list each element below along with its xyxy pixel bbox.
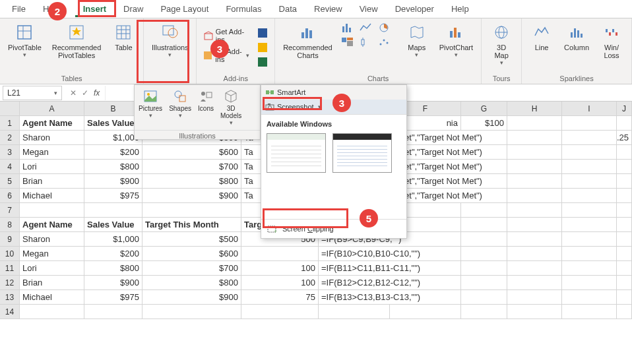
cell[interactable]: Brian bbox=[20, 276, 84, 290]
cell[interactable] bbox=[507, 276, 562, 290]
cell[interactable] bbox=[507, 232, 562, 247]
cell[interactable] bbox=[562, 203, 617, 218]
col-header-i[interactable]: I bbox=[562, 102, 617, 116]
tab-data[interactable]: Data bbox=[271, 1, 305, 17]
pivotchart-button[interactable]: PivotChart ▾ bbox=[435, 21, 477, 61]
row-header[interactable]: 2 bbox=[0, 131, 20, 145]
cell[interactable]: t met","Target Not Met") bbox=[390, 189, 507, 203]
cell[interactable]: $800 bbox=[84, 160, 142, 174]
cell[interactable]: Megan bbox=[20, 247, 84, 261]
cell[interactable] bbox=[562, 160, 617, 174]
cell[interactable] bbox=[507, 189, 562, 203]
cell[interactable]: Agent Name bbox=[20, 116, 84, 131]
cell[interactable] bbox=[461, 247, 507, 261]
row-header[interactable]: 6 bbox=[0, 189, 20, 203]
cell[interactable] bbox=[507, 131, 562, 145]
name-box[interactable]: L21▾ bbox=[3, 86, 62, 100]
tab-view[interactable]: View bbox=[352, 1, 386, 17]
tab-developer[interactable]: Developer bbox=[387, 1, 442, 17]
cell[interactable] bbox=[142, 305, 241, 319]
cell[interactable]: $600 bbox=[142, 247, 241, 261]
cell[interactable]: Lori bbox=[20, 261, 84, 276]
row-header[interactable]: 14 bbox=[0, 305, 20, 319]
cell[interactable]: Target This Month bbox=[142, 218, 241, 232]
cell[interactable] bbox=[617, 189, 632, 203]
cell[interactable]: Sharon bbox=[20, 131, 84, 145]
row-header[interactable]: 4 bbox=[0, 160, 20, 174]
hierarchy-chart-button[interactable] bbox=[339, 36, 356, 49]
cell[interactable]: =IF(B12>C12,B12-C12,"") bbox=[319, 276, 461, 290]
cell[interactable]: Michael bbox=[20, 189, 84, 203]
cell[interactable]: $200 bbox=[84, 247, 142, 261]
icons-button[interactable]: Icons bbox=[195, 88, 216, 127]
cell[interactable] bbox=[507, 203, 562, 218]
cell[interactable]: $975 bbox=[84, 290, 142, 305]
tab-pagelayout[interactable]: Page Layout bbox=[152, 1, 216, 17]
cell[interactable] bbox=[562, 290, 617, 305]
cell[interactable] bbox=[562, 261, 617, 276]
cell[interactable]: Lori bbox=[20, 160, 84, 174]
column-chart-button[interactable] bbox=[339, 21, 356, 34]
cell[interactable]: 100 bbox=[241, 261, 319, 276]
cell[interactable]: $700 bbox=[142, 160, 241, 174]
cell[interactable]: $700 bbox=[142, 261, 241, 276]
row-header[interactable]: 7 bbox=[0, 203, 20, 218]
cell[interactable] bbox=[562, 189, 617, 203]
pie-chart-button[interactable] bbox=[376, 21, 393, 34]
row-header[interactable]: 9 bbox=[0, 232, 20, 247]
cell[interactable] bbox=[461, 203, 507, 218]
cell[interactable] bbox=[562, 232, 617, 247]
cell[interactable] bbox=[507, 261, 562, 276]
cell[interactable] bbox=[507, 218, 562, 232]
maps-button[interactable]: Maps ▾ bbox=[401, 21, 433, 61]
cell[interactable] bbox=[617, 145, 632, 160]
cell[interactable] bbox=[562, 174, 617, 189]
cell[interactable] bbox=[142, 203, 241, 218]
scatter-chart-button[interactable] bbox=[376, 36, 393, 49]
cell[interactable]: $100 bbox=[461, 116, 507, 131]
bing-addin-button[interactable] bbox=[255, 41, 270, 54]
row-header[interactable]: 13 bbox=[0, 290, 20, 305]
recommended-charts-button[interactable]: RecommendedCharts bbox=[279, 21, 336, 62]
cell[interactable]: $500 bbox=[142, 232, 241, 247]
tab-help[interactable]: Help bbox=[443, 1, 477, 17]
window-thumbnail-2[interactable] bbox=[332, 133, 392, 173]
cell[interactable] bbox=[617, 261, 632, 276]
select-all-corner[interactable] bbox=[0, 102, 20, 116]
cell[interactable] bbox=[617, 232, 632, 247]
cell[interactable]: Megan bbox=[20, 145, 84, 160]
tab-review[interactable]: Review bbox=[306, 1, 350, 17]
cell[interactable] bbox=[562, 305, 617, 319]
cell[interactable]: $200 bbox=[84, 145, 142, 160]
cell[interactable] bbox=[20, 305, 84, 319]
row-header[interactable]: 8 bbox=[0, 218, 20, 232]
cell[interactable] bbox=[617, 218, 632, 232]
cell[interactable] bbox=[617, 174, 632, 189]
cell[interactable]: t met","Target Not Met") bbox=[390, 145, 507, 160]
3dmodels-button[interactable]: 3DModels▾ bbox=[218, 88, 244, 127]
cell[interactable]: =IF(B13>C13,B13-C13,"") bbox=[319, 290, 461, 305]
pictures-button[interactable]: Pictures▾ bbox=[136, 88, 165, 127]
cell[interactable] bbox=[461, 261, 507, 276]
cell[interactable] bbox=[507, 174, 562, 189]
cell[interactable] bbox=[507, 160, 562, 174]
col-header-j[interactable]: J bbox=[617, 102, 632, 116]
cell[interactable]: $1,000 bbox=[84, 232, 142, 247]
row-header[interactable]: 10 bbox=[0, 247, 20, 261]
cell[interactable] bbox=[390, 305, 461, 319]
cell[interactable] bbox=[84, 305, 142, 319]
cell[interactable]: Sales Value bbox=[84, 218, 142, 232]
row-header[interactable]: 5 bbox=[0, 174, 20, 189]
col-header-a[interactable]: A bbox=[20, 102, 84, 116]
cell[interactable] bbox=[461, 290, 507, 305]
row-header[interactable]: 12 bbox=[0, 276, 20, 290]
shapes-button[interactable]: Shapes▾ bbox=[166, 88, 194, 127]
cell[interactable] bbox=[20, 203, 84, 218]
cell[interactable] bbox=[319, 305, 390, 319]
table-button[interactable]: Table bbox=[108, 21, 139, 54]
tab-draw[interactable]: Draw bbox=[115, 1, 151, 17]
cell[interactable]: Agent Name bbox=[20, 218, 84, 232]
cell[interactable]: $600 bbox=[142, 145, 241, 160]
window-thumbnail-1[interactable] bbox=[267, 133, 326, 173]
cell[interactable]: 100 bbox=[241, 276, 319, 290]
